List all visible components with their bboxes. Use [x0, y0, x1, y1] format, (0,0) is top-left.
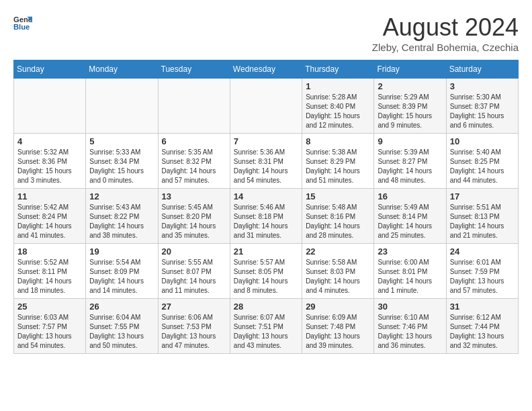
- page-header: General Blue August 2024 Zleby, Central …: [13, 13, 519, 53]
- calendar-week-row: 4Sunrise: 5:32 AM Sunset: 8:36 PM Daylig…: [14, 134, 519, 189]
- calendar-cell: 8Sunrise: 5:38 AM Sunset: 8:29 PM Daylig…: [302, 134, 374, 189]
- calendar-cell: 24Sunrise: 6:01 AM Sunset: 7:59 PM Dayli…: [446, 244, 518, 299]
- day-number: 5: [89, 136, 154, 146]
- calendar-cell: [158, 79, 230, 134]
- day-number: 6: [162, 136, 226, 146]
- calendar-week-row: 18Sunrise: 5:52 AM Sunset: 8:11 PM Dayli…: [14, 244, 519, 299]
- day-number: 23: [378, 246, 442, 257]
- day-number: 2: [378, 81, 442, 91]
- calendar-cell: 29Sunrise: 6:09 AM Sunset: 7:48 PM Dayli…: [302, 299, 374, 354]
- location: Zleby, Central Bohemia, Czechia: [372, 42, 519, 53]
- cell-info: Sunrise: 6:07 AM Sunset: 7:51 PM Dayligh…: [234, 313, 298, 351]
- calendar-cell: 3Sunrise: 5:30 AM Sunset: 8:37 PM Daylig…: [446, 79, 518, 134]
- cell-info: Sunrise: 5:51 AM Sunset: 8:13 PM Dayligh…: [450, 203, 515, 240]
- calendar-week-row: 1Sunrise: 5:28 AM Sunset: 8:40 PM Daylig…: [14, 79, 519, 134]
- day-number: 8: [306, 136, 370, 146]
- cell-info: Sunrise: 6:03 AM Sunset: 7:57 PM Dayligh…: [17, 313, 82, 351]
- calendar-cell: 13Sunrise: 5:45 AM Sunset: 8:20 PM Dayli…: [158, 189, 230, 244]
- day-number: 31: [450, 302, 515, 312]
- day-number: 17: [450, 191, 515, 201]
- day-number: 22: [306, 246, 370, 257]
- cell-info: Sunrise: 5:43 AM Sunset: 8:22 PM Dayligh…: [89, 203, 154, 240]
- calendar-cell: 7Sunrise: 5:36 AM Sunset: 8:31 PM Daylig…: [230, 134, 302, 189]
- cell-info: Sunrise: 6:12 AM Sunset: 7:44 PM Dayligh…: [450, 313, 515, 351]
- weekday-header-friday: Friday: [374, 60, 446, 79]
- day-number: 12: [89, 191, 154, 201]
- day-number: 18: [17, 246, 82, 257]
- cell-info: Sunrise: 6:10 AM Sunset: 7:46 PM Dayligh…: [378, 313, 442, 351]
- cell-info: Sunrise: 5:52 AM Sunset: 8:11 PM Dayligh…: [17, 258, 82, 295]
- day-number: 25: [17, 302, 82, 312]
- cell-info: Sunrise: 5:38 AM Sunset: 8:29 PM Dayligh…: [306, 148, 370, 185]
- day-number: 20: [162, 246, 226, 257]
- day-number: 27: [162, 302, 226, 312]
- cell-info: Sunrise: 5:57 AM Sunset: 8:05 PM Dayligh…: [234, 258, 298, 295]
- calendar-cell: 21Sunrise: 5:57 AM Sunset: 8:05 PM Dayli…: [230, 244, 302, 299]
- day-number: 21: [234, 246, 298, 257]
- day-number: 11: [17, 191, 82, 201]
- calendar-cell: 16Sunrise: 5:49 AM Sunset: 8:14 PM Dayli…: [374, 189, 446, 244]
- calendar-cell: 22Sunrise: 5:58 AM Sunset: 8:03 PM Dayli…: [302, 244, 374, 299]
- day-number: 13: [162, 191, 226, 201]
- calendar-cell: 20Sunrise: 5:55 AM Sunset: 8:07 PM Dayli…: [158, 244, 230, 299]
- calendar-cell: 14Sunrise: 5:46 AM Sunset: 8:18 PM Dayli…: [230, 189, 302, 244]
- cell-info: Sunrise: 5:48 AM Sunset: 8:16 PM Dayligh…: [306, 203, 370, 240]
- day-number: 9: [378, 136, 442, 146]
- calendar-cell: 5Sunrise: 5:33 AM Sunset: 8:34 PM Daylig…: [86, 134, 158, 189]
- calendar-cell: 25Sunrise: 6:03 AM Sunset: 7:57 PM Dayli…: [14, 299, 86, 354]
- cell-info: Sunrise: 5:49 AM Sunset: 8:14 PM Dayligh…: [378, 203, 442, 240]
- weekday-header-thursday: Thursday: [302, 60, 374, 79]
- day-number: 29: [306, 302, 370, 312]
- calendar-cell: 6Sunrise: 5:35 AM Sunset: 8:32 PM Daylig…: [158, 134, 230, 189]
- month-title: August 2024: [372, 13, 519, 42]
- cell-info: Sunrise: 5:36 AM Sunset: 8:31 PM Dayligh…: [234, 148, 298, 185]
- calendar-cell: 26Sunrise: 6:04 AM Sunset: 7:55 PM Dayli…: [86, 299, 158, 354]
- calendar-cell: 30Sunrise: 6:10 AM Sunset: 7:46 PM Dayli…: [374, 299, 446, 354]
- day-number: 30: [378, 302, 442, 312]
- weekday-header-sunday: Sunday: [14, 60, 86, 79]
- calendar-cell: 31Sunrise: 6:12 AM Sunset: 7:44 PM Dayli…: [446, 299, 518, 354]
- day-number: 19: [89, 246, 154, 257]
- cell-info: Sunrise: 5:35 AM Sunset: 8:32 PM Dayligh…: [162, 148, 226, 185]
- cell-info: Sunrise: 5:58 AM Sunset: 8:03 PM Dayligh…: [306, 258, 370, 295]
- cell-info: Sunrise: 6:09 AM Sunset: 7:48 PM Dayligh…: [306, 313, 370, 351]
- cell-info: Sunrise: 5:42 AM Sunset: 8:24 PM Dayligh…: [17, 203, 82, 240]
- calendar-cell: 10Sunrise: 5:40 AM Sunset: 8:25 PM Dayli…: [446, 134, 518, 189]
- day-number: 14: [234, 191, 298, 201]
- calendar-cell: 11Sunrise: 5:42 AM Sunset: 8:24 PM Dayli…: [14, 189, 86, 244]
- calendar-cell: 19Sunrise: 5:54 AM Sunset: 8:09 PM Dayli…: [86, 244, 158, 299]
- cell-info: Sunrise: 5:32 AM Sunset: 8:36 PM Dayligh…: [17, 148, 82, 185]
- calendar-cell: [230, 79, 302, 134]
- calendar-cell: 15Sunrise: 5:48 AM Sunset: 8:16 PM Dayli…: [302, 189, 374, 244]
- weekday-header-monday: Monday: [86, 60, 158, 79]
- day-number: 15: [306, 191, 370, 201]
- day-number: 28: [234, 302, 298, 312]
- calendar-cell: [14, 79, 86, 134]
- day-number: 26: [89, 302, 154, 312]
- cell-info: Sunrise: 6:00 AM Sunset: 8:01 PM Dayligh…: [378, 258, 442, 295]
- logo: General Blue: [13, 13, 32, 32]
- calendar-cell: 12Sunrise: 5:43 AM Sunset: 8:22 PM Dayli…: [86, 189, 158, 244]
- day-number: 3: [450, 81, 515, 91]
- calendar-week-row: 25Sunrise: 6:03 AM Sunset: 7:57 PM Dayli…: [14, 299, 519, 354]
- weekday-header-saturday: Saturday: [446, 60, 518, 79]
- day-number: 24: [450, 246, 515, 257]
- calendar-cell: 27Sunrise: 6:06 AM Sunset: 7:53 PM Dayli…: [158, 299, 230, 354]
- cell-info: Sunrise: 5:45 AM Sunset: 8:20 PM Dayligh…: [162, 203, 226, 240]
- day-number: 4: [17, 136, 82, 146]
- calendar-cell: 18Sunrise: 5:52 AM Sunset: 8:11 PM Dayli…: [14, 244, 86, 299]
- calendar-cell: 4Sunrise: 5:32 AM Sunset: 8:36 PM Daylig…: [14, 134, 86, 189]
- cell-info: Sunrise: 6:04 AM Sunset: 7:55 PM Dayligh…: [89, 313, 154, 351]
- cell-info: Sunrise: 5:40 AM Sunset: 8:25 PM Dayligh…: [450, 148, 515, 185]
- svg-text:Blue: Blue: [13, 23, 30, 31]
- calendar-week-row: 11Sunrise: 5:42 AM Sunset: 8:24 PM Dayli…: [14, 189, 519, 244]
- cell-info: Sunrise: 5:30 AM Sunset: 8:37 PM Dayligh…: [450, 93, 515, 130]
- weekday-header-row: SundayMondayTuesdayWednesdayThursdayFrid…: [14, 60, 519, 79]
- calendar-cell: [86, 79, 158, 134]
- calendar-cell: 23Sunrise: 6:00 AM Sunset: 8:01 PM Dayli…: [374, 244, 446, 299]
- cell-info: Sunrise: 5:54 AM Sunset: 8:09 PM Dayligh…: [89, 258, 154, 295]
- cell-info: Sunrise: 5:55 AM Sunset: 8:07 PM Dayligh…: [162, 258, 226, 295]
- calendar-cell: 1Sunrise: 5:28 AM Sunset: 8:40 PM Daylig…: [302, 79, 374, 134]
- day-number: 16: [378, 191, 442, 201]
- day-number: 1: [306, 81, 370, 91]
